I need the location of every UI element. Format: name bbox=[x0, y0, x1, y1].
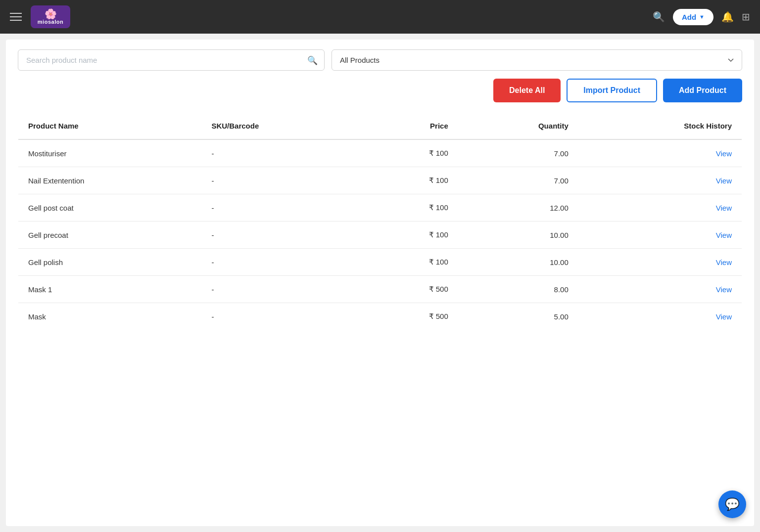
logo-icon: 🌸 bbox=[45, 9, 57, 19]
import-product-button[interactable]: Import Product bbox=[567, 79, 657, 102]
col-header-product-name: Product Name bbox=[18, 113, 202, 140]
table-row: Gell post coat - ₹ 100 12.00 View bbox=[18, 194, 742, 222]
cell-quantity: 5.00 bbox=[458, 303, 578, 330]
header-add-button[interactable]: Add ▼ bbox=[673, 9, 713, 25]
cell-sku: - bbox=[201, 222, 363, 249]
logo-text: miosalon bbox=[38, 19, 63, 25]
col-header-stock-history: Stock History bbox=[578, 113, 742, 140]
search-icon: 🔍 bbox=[307, 55, 318, 65]
grid-icon[interactable]: ⊞ bbox=[742, 11, 750, 23]
view-stock-link[interactable]: View bbox=[716, 177, 732, 185]
cell-sku: - bbox=[201, 249, 363, 276]
header-add-label: Add bbox=[682, 13, 696, 21]
hamburger-menu[interactable] bbox=[10, 13, 22, 21]
table-row: Mask 1 - ₹ 500 8.00 View bbox=[18, 276, 742, 303]
cell-price: ₹ 100 bbox=[364, 194, 458, 222]
cell-product-name: Mostituriser bbox=[18, 139, 202, 167]
delete-all-button[interactable]: Delete All bbox=[493, 79, 561, 102]
table-header-row: Product Name SKU/Barcode Price Quantity … bbox=[18, 113, 742, 140]
search-container: 🔍 bbox=[18, 49, 325, 71]
table-row: Nail Extentention - ₹ 100 7.00 View bbox=[18, 167, 742, 194]
col-header-price: Price bbox=[364, 113, 458, 140]
cell-price: ₹ 100 bbox=[364, 249, 458, 276]
cell-stock-history: View bbox=[578, 276, 742, 303]
cell-price: ₹ 500 bbox=[364, 303, 458, 330]
cell-stock-history: View bbox=[578, 167, 742, 194]
table-row: Mostituriser - ₹ 100 7.00 View bbox=[18, 139, 742, 167]
view-stock-link[interactable]: View bbox=[716, 285, 732, 294]
cell-quantity: 8.00 bbox=[458, 276, 578, 303]
cell-stock-history: View bbox=[578, 303, 742, 330]
chevron-down-icon: ▼ bbox=[699, 14, 705, 20]
cell-product-name: Gell polish bbox=[18, 249, 202, 276]
cell-price: ₹ 500 bbox=[364, 276, 458, 303]
cell-stock-history: View bbox=[578, 194, 742, 222]
cell-product-name: Mask 1 bbox=[18, 276, 202, 303]
toolbar-row: 🔍 All Products Active Inactive bbox=[18, 49, 742, 71]
chat-icon: 💬 bbox=[725, 497, 740, 511]
cell-product-name: Gell precoat bbox=[18, 222, 202, 249]
cell-quantity: 7.00 bbox=[458, 139, 578, 167]
cell-sku: - bbox=[201, 167, 363, 194]
add-product-button[interactable]: Add Product bbox=[663, 79, 742, 102]
cell-price: ₹ 100 bbox=[364, 222, 458, 249]
action-row: Delete All Import Product Add Product bbox=[18, 79, 742, 102]
header-left: 🌸 miosalon bbox=[10, 5, 70, 28]
table-row: Mask - ₹ 500 5.00 View bbox=[18, 303, 742, 330]
all-products-dropdown[interactable]: All Products Active Inactive bbox=[332, 49, 742, 71]
notification-bell-icon[interactable]: 🔔 bbox=[721, 11, 734, 23]
cell-product-name: Mask bbox=[18, 303, 202, 330]
main-content: 🔍 All Products Active Inactive Delete Al… bbox=[6, 40, 754, 526]
search-input[interactable] bbox=[18, 49, 325, 71]
cell-stock-history: View bbox=[578, 222, 742, 249]
logo[interactable]: 🌸 miosalon bbox=[31, 5, 70, 28]
table-row: Gell polish - ₹ 100 10.00 View bbox=[18, 249, 742, 276]
chat-fab-button[interactable]: 💬 bbox=[718, 490, 746, 518]
products-table: Product Name SKU/Barcode Price Quantity … bbox=[18, 112, 742, 330]
table-body: Mostituriser - ₹ 100 7.00 View Nail Exte… bbox=[18, 139, 742, 330]
header-search-button[interactable]: 🔍 bbox=[653, 11, 665, 23]
cell-quantity: 7.00 bbox=[458, 167, 578, 194]
cell-stock-history: View bbox=[578, 139, 742, 167]
table-header: Product Name SKU/Barcode Price Quantity … bbox=[18, 113, 742, 140]
cell-quantity: 12.00 bbox=[458, 194, 578, 222]
view-stock-link[interactable]: View bbox=[716, 149, 732, 158]
col-header-sku: SKU/Barcode bbox=[201, 113, 363, 140]
view-stock-link[interactable]: View bbox=[716, 312, 732, 321]
cell-stock-history: View bbox=[578, 249, 742, 276]
view-stock-link[interactable]: View bbox=[716, 204, 732, 212]
header: 🌸 miosalon 🔍 Add ▼ 🔔 ⊞ bbox=[0, 0, 760, 34]
cell-price: ₹ 100 bbox=[364, 139, 458, 167]
cell-sku: - bbox=[201, 194, 363, 222]
cell-sku: - bbox=[201, 139, 363, 167]
cell-quantity: 10.00 bbox=[458, 222, 578, 249]
view-stock-link[interactable]: View bbox=[716, 231, 732, 239]
cell-price: ₹ 100 bbox=[364, 167, 458, 194]
cell-product-name: Gell post coat bbox=[18, 194, 202, 222]
col-header-quantity: Quantity bbox=[458, 113, 578, 140]
cell-product-name: Nail Extentention bbox=[18, 167, 202, 194]
cell-sku: - bbox=[201, 303, 363, 330]
table-row: Gell precoat - ₹ 100 10.00 View bbox=[18, 222, 742, 249]
view-stock-link[interactable]: View bbox=[716, 258, 732, 266]
cell-sku: - bbox=[201, 276, 363, 303]
header-right: 🔍 Add ▼ 🔔 ⊞ bbox=[653, 9, 750, 25]
cell-quantity: 10.00 bbox=[458, 249, 578, 276]
